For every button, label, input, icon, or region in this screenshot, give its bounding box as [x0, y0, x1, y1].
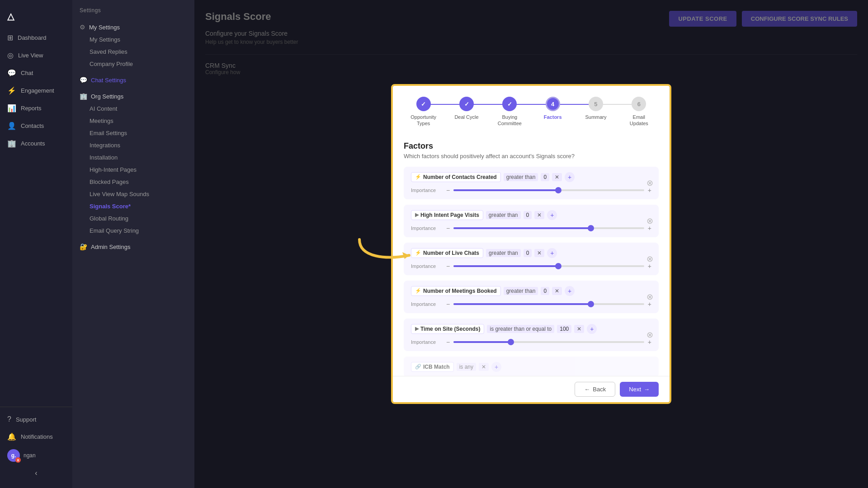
saved-replies-link[interactable]: Saved Replies	[80, 46, 187, 58]
factor-operator-contacts: greater than	[504, 173, 538, 181]
my-settings-link[interactable]: My Settings	[80, 33, 187, 46]
factor-x-contacts[interactable]: ✕	[552, 173, 562, 181]
admin-settings-icon: 🔐	[80, 243, 87, 250]
importance-label-time-on-site: Importance	[411, 339, 443, 345]
sidebar: △ ⊞ Dashboard ◎ Live View 💬 Chat ⚡ Engag…	[0, 0, 72, 488]
slider-track-contacts[interactable]	[453, 189, 644, 191]
collapse-button[interactable]: ‹	[0, 465, 72, 481]
factor-plus-time-on-site[interactable]: +	[587, 324, 597, 334]
live-view-map-sounds-link[interactable]: Live View Map Sounds	[80, 188, 187, 200]
company-profile-link[interactable]: Company Profile	[80, 58, 187, 70]
importance-label-meetings-booked: Importance	[411, 301, 443, 307]
sidebar-item-dashboard[interactable]: ⊞ Dashboard	[0, 29, 72, 47]
importance-row-contacts: Importance − +	[411, 187, 651, 194]
factor-operator-icb: is any	[457, 363, 476, 371]
back-button[interactable]: ← Back	[575, 382, 615, 397]
slider-track-high-intent[interactable]	[453, 227, 644, 229]
factor-label-meetings-booked: Number of Meetings Booked	[423, 288, 497, 294]
sidebar-item-engagement[interactable]: ⚡ Engagement	[0, 82, 72, 99]
slider-track-time-on-site[interactable]	[453, 341, 644, 343]
step-4-circle: 4	[546, 97, 560, 111]
sidebar-label-chat: Chat	[21, 70, 33, 76]
factor-x-icb[interactable]: ✕	[479, 363, 489, 371]
ai-content-link[interactable]: AI Content	[80, 103, 187, 115]
step-5-circle: 5	[589, 97, 603, 111]
factor-chip-icb: 🔗 ICB Match	[411, 362, 454, 372]
blocked-pages-link[interactable]: Blocked Pages	[80, 176, 187, 188]
global-routing-link[interactable]: Global Routing	[80, 212, 187, 225]
my-settings-section-header[interactable]: ⚙ My Settings	[80, 21, 187, 33]
factor-delete-meetings-booked[interactable]: ⊗	[646, 292, 653, 302]
admin-settings-section-header[interactable]: 🔐 Admin Settings	[80, 240, 187, 253]
stepper: ✓ OpportunityTypes ✓ Deal Cycle ✓ Buying…	[393, 86, 670, 134]
factor-value-live-chats: 0	[524, 249, 532, 257]
org-settings-section-label: Org Settings	[91, 93, 123, 100]
factor-delete-time-on-site[interactable]: ⊗	[646, 330, 653, 340]
factor-x-time-on-site[interactable]: ✕	[574, 325, 584, 333]
slider-minus-meetings-booked[interactable]: −	[446, 300, 450, 308]
settings-section-chat: 💬 Chat Settings	[80, 74, 187, 86]
sidebar-item-contacts[interactable]: 👤 Contacts	[0, 117, 72, 135]
sidebar-item-live-view[interactable]: ◎ Live View	[0, 47, 72, 64]
factor-x-meetings-booked[interactable]: ✕	[552, 287, 562, 295]
my-settings-section-label: My Settings	[89, 24, 120, 31]
live-view-icon: ◎	[7, 51, 14, 60]
meetings-link[interactable]: Meetings	[80, 115, 187, 127]
sidebar-label-notifications: Notifications	[21, 433, 53, 440]
slider-minus-live-chats[interactable]: −	[446, 263, 450, 270]
factor-plus-live-chats[interactable]: +	[547, 248, 557, 258]
factor-x-live-chats[interactable]: ✕	[534, 249, 544, 257]
chat-settings-section-label: Chat Settings	[91, 77, 126, 84]
slider-minus-contacts[interactable]: −	[446, 187, 450, 194]
back-arrow-icon: ←	[584, 386, 590, 393]
chip-icon-meetings-booked: ⚡	[415, 288, 421, 294]
sidebar-item-reports[interactable]: 📊 Reports	[0, 99, 72, 117]
sidebar-item-accounts[interactable]: 🏢 Accounts	[0, 135, 72, 152]
factor-operator-live-chats: greater than	[486, 249, 521, 257]
slider-minus-high-intent[interactable]: −	[446, 225, 450, 232]
factor-label-contacts-created: Number of Contacts Created	[423, 174, 497, 180]
factor-value-high-intent: 0	[524, 211, 532, 219]
sidebar-item-chat[interactable]: 💬 Chat	[0, 64, 72, 82]
chat-settings-icon: 💬	[80, 76, 87, 84]
step-4: 4 Factors	[531, 97, 574, 120]
factor-chip-high-intent: ▶ High Intent Page Visits	[411, 210, 483, 220]
factor-card-high-intent: ▶ High Intent Page Visits greater than 0…	[404, 205, 659, 237]
factor-x-high-intent[interactable]: ✕	[534, 211, 544, 219]
factor-plus-icb[interactable]: +	[491, 362, 501, 372]
org-settings-icon: 🏢	[80, 93, 87, 100]
factor-chip-live-chats: ⚡ Number of Live Chats	[411, 248, 483, 258]
high-intent-pages-link[interactable]: High-Intent Pages	[80, 164, 187, 176]
engagement-icon: ⚡	[7, 86, 16, 95]
factor-delete-high-intent[interactable]: ⊗	[646, 216, 653, 226]
sidebar-label-dashboard: Dashboard	[18, 34, 47, 41]
factor-plus-contacts[interactable]: +	[565, 172, 575, 182]
importance-row-time-on-site: Importance − +	[411, 338, 651, 346]
next-button[interactable]: Next →	[620, 382, 659, 397]
notification-badge: 8	[15, 457, 21, 463]
sidebar-item-notifications[interactable]: 🔔 Notifications	[0, 428, 72, 446]
slider-track-meetings-booked[interactable]	[453, 303, 644, 305]
admin-settings-section-label: Admin Settings	[91, 244, 130, 250]
slider-track-live-chats[interactable]	[453, 265, 644, 267]
factor-plus-meetings-booked[interactable]: +	[565, 286, 575, 296]
factor-operator-time-on-site: is greater than or equal to	[487, 325, 554, 333]
integrations-link[interactable]: Integrations	[80, 139, 187, 151]
sidebar-item-support[interactable]: ? Support	[0, 411, 72, 428]
settings-section-admin: 🔐 Admin Settings	[80, 240, 187, 253]
org-settings-section-header[interactable]: 🏢 Org Settings	[80, 90, 187, 103]
step-1-label: OpportunityTypes	[410, 114, 436, 127]
factor-delete-contacts[interactable]: ⊗	[646, 178, 653, 188]
factor-delete-live-chats[interactable]: ⊗	[646, 254, 653, 264]
slider-minus-time-on-site[interactable]: −	[446, 338, 450, 346]
installation-link[interactable]: Installation	[80, 151, 187, 164]
email-query-string-link[interactable]: Email Query String	[80, 225, 187, 237]
factors-desc: Which factors should positively affect a…	[404, 153, 659, 160]
chat-settings-section-header[interactable]: 💬 Chat Settings	[80, 74, 187, 86]
user-row: g. 8 ngan	[0, 446, 72, 465]
email-settings-link[interactable]: Email Settings	[80, 127, 187, 139]
signals-score-link[interactable]: Signals Score*	[80, 200, 187, 212]
settings-section-my-settings: ⚙ My Settings My Settings Saved Replies …	[80, 21, 187, 70]
factor-operator-high-intent: greater than	[486, 211, 521, 219]
factor-plus-high-intent[interactable]: +	[547, 210, 557, 220]
